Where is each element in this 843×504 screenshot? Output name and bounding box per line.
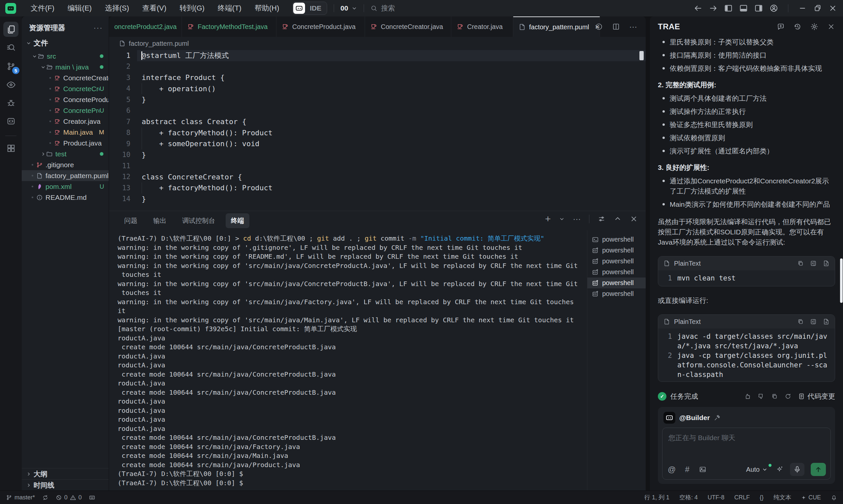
more-actions-icon[interactable]: ··· xyxy=(629,23,637,31)
panel-tab-问题[interactable]: 问题 xyxy=(119,213,143,228)
chat-input-area[interactable]: @ # Auto xyxy=(662,428,831,480)
toggle-right-sidebar-button[interactable] xyxy=(751,1,766,15)
gear-icon[interactable] xyxy=(810,23,818,31)
activity-explorer[interactable] xyxy=(3,22,18,37)
code-text[interactable]: } xyxy=(137,94,646,105)
tab-ConcreteCreator.java[interactable]: ConcreteCreator.java xyxy=(365,16,451,37)
menu-item-4[interactable]: 转到(G) xyxy=(173,0,211,16)
status-CRLF[interactable]: CRLF xyxy=(734,494,750,501)
mic-button[interactable] xyxy=(790,463,805,476)
tree-item-Main.java[interactable]: Main.javaM xyxy=(22,127,109,138)
nav-back-button[interactable] xyxy=(690,1,706,15)
code-text[interactable]: } xyxy=(137,149,646,161)
more-actions-icon[interactable]: ··· xyxy=(573,215,581,223)
copy-icon[interactable] xyxy=(797,318,804,325)
copy-icon[interactable] xyxy=(797,260,804,267)
mention-icon[interactable]: @ xyxy=(668,466,675,473)
ide-mode-toggle[interactable]: IDE xyxy=(292,2,327,15)
activity-search[interactable] xyxy=(3,40,18,55)
activity-source-control[interactable]: 5 xyxy=(3,59,18,74)
global-search[interactable]: 搜索 xyxy=(371,4,395,13)
close-panel-icon[interactable] xyxy=(630,215,638,223)
minimize-button[interactable] xyxy=(795,1,810,15)
add-file-icon[interactable] xyxy=(823,260,829,267)
trae-scrollbar-thumb[interactable] xyxy=(840,258,843,303)
regenerate-icon[interactable] xyxy=(785,393,791,400)
thumbs-up-icon[interactable] xyxy=(744,393,751,400)
chevron-down-icon[interactable] xyxy=(559,216,565,222)
context-icon[interactable]: # xyxy=(685,466,689,473)
tree-item-README.md[interactable]: README.md xyxy=(22,192,109,203)
copy-icon[interactable] xyxy=(771,393,778,400)
workspace-selector[interactable]: 00 xyxy=(340,4,357,12)
send-button[interactable] xyxy=(811,463,826,476)
tab-ConcreteProduct.java[interactable]: ConcreteProduct.java xyxy=(276,16,365,37)
new-terminal-icon[interactable]: + xyxy=(545,214,551,224)
menu-item-0[interactable]: 文件(F) xyxy=(24,0,61,16)
sparkle-icon[interactable] xyxy=(776,466,784,473)
code-text[interactable]: + factoryMethod(): Product xyxy=(137,182,646,194)
panel-tab-终端[interactable]: 终端 xyxy=(226,213,249,228)
activity-preview[interactable] xyxy=(3,77,18,92)
branch-indicator[interactable]: master* xyxy=(6,494,35,501)
new-chat-icon[interactable] xyxy=(777,23,785,31)
model-selector[interactable]: Auto xyxy=(746,466,770,473)
tab-Creator.java[interactable]: Creator.java xyxy=(451,16,513,37)
panel-tab-调试控制台[interactable]: 调试控制台 xyxy=(177,213,221,228)
tab-factory_pattern.puml[interactable]: factory_pattern.puml× xyxy=(513,16,600,37)
status--[interactable]: {} xyxy=(760,494,763,501)
status--1-1[interactable]: 行 1, 列 1 xyxy=(644,493,669,501)
code-text[interactable]: interface Product { xyxy=(137,72,646,83)
status--[interactable]: 纯文本 xyxy=(773,493,791,501)
breadcrumb[interactable]: factory_pattern.puml xyxy=(109,37,646,50)
terminal-output[interactable]: (TraeAI-7) D:\软件工程\00 [0:] > cd d:\软件工程\… xyxy=(109,230,587,490)
menu-item-1[interactable]: 编辑(E) xyxy=(61,0,98,16)
code-text[interactable] xyxy=(137,105,646,116)
code-text[interactable]: } xyxy=(137,194,646,205)
sync-button[interactable] xyxy=(42,494,49,501)
terminal-session-3[interactable]: powershell xyxy=(587,267,646,277)
toggle-panel-button[interactable] xyxy=(736,1,751,15)
tree-item-pom.xml[interactable]: pom.xmlU xyxy=(22,181,109,192)
tree-item-Product.java[interactable]: Product.java xyxy=(22,138,109,148)
tree-item-ConcreteCreator....[interactable]: ConcreteCreator.... xyxy=(22,72,109,83)
app-logo-icon[interactable] xyxy=(5,3,16,14)
terminal-session-5[interactable]: powershell xyxy=(587,288,646,299)
terminal-session-2[interactable]: powershell xyxy=(587,256,646,267)
outline-section[interactable]: 大纲 xyxy=(22,468,109,479)
code-text[interactable]: + operation() xyxy=(137,83,646,94)
ports-indicator[interactable] xyxy=(89,494,95,501)
chat-input[interactable] xyxy=(668,433,825,460)
status-UTF-8[interactable]: UTF-8 xyxy=(708,494,724,501)
panel-tab-输出[interactable]: 输出 xyxy=(148,213,172,228)
insert-terminal-icon[interactable] xyxy=(810,260,816,267)
activity-extensions[interactable] xyxy=(3,141,18,156)
menu-item-5[interactable]: 终端(T) xyxy=(211,0,248,16)
terminal-session-1[interactable]: powershell xyxy=(587,245,646,256)
history-icon[interactable] xyxy=(794,23,802,31)
code-changes-button[interactable]: 代码变更 xyxy=(798,392,835,401)
tree-item-ConcretePro...[interactable]: ConcretePro...U xyxy=(22,105,109,116)
close-window-button[interactable] xyxy=(825,1,840,15)
menu-item-3[interactable]: 查看(V) xyxy=(136,0,173,16)
files-section-header[interactable]: 文件 xyxy=(22,37,109,51)
code-text[interactable]: abstract class Creator { xyxy=(137,116,646,127)
info-icon[interactable] xyxy=(595,23,603,31)
chat-agent-row[interactable]: @Builder xyxy=(664,412,829,424)
tree-item-src[interactable]: src xyxy=(22,51,109,61)
image-icon[interactable] xyxy=(699,466,707,473)
insert-terminal-icon[interactable] xyxy=(810,318,816,325)
tree-item-.gitignore[interactable]: .gitignore xyxy=(22,159,109,170)
tree-item-factory-pattern.puml[interactable]: factory_pattern.puml xyxy=(22,170,109,181)
account-button[interactable] xyxy=(766,1,781,15)
thumbs-down-icon[interactable] xyxy=(758,393,764,400)
terminal-session-0[interactable]: powershell xyxy=(587,234,646,245)
activity-chat[interactable] xyxy=(3,114,18,129)
tab-FactoryMethodTest.java[interactable]: FactoryMethodTest.java xyxy=(182,16,276,37)
timeline-section[interactable]: 时间线 xyxy=(22,479,109,490)
status-CUE[interactable]: CUE xyxy=(801,494,821,501)
close-panel-icon[interactable] xyxy=(827,23,835,31)
menu-item-2[interactable]: 选择(S) xyxy=(98,0,135,16)
terminal-session-4[interactable]: powershell xyxy=(587,277,646,288)
code-editor[interactable]: 1@startuml 工厂方法模式23interface Product {4 … xyxy=(109,50,646,211)
